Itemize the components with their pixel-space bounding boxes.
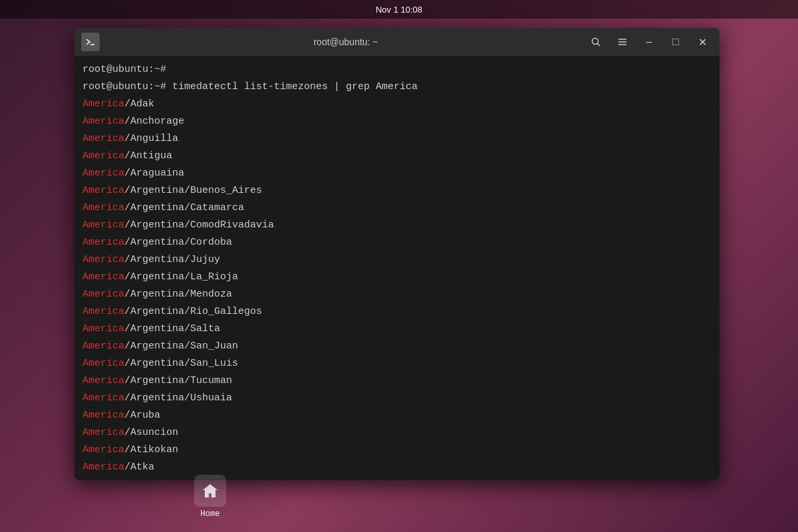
minimize-icon: – <box>646 36 652 48</box>
tz-city: /Aruba <box>124 410 160 421</box>
svg-point-2 <box>593 39 598 45</box>
terminal-line: America/Anguilla <box>82 130 712 148</box>
terminal-line: America/Argentina/Buenos_Aires <box>82 182 712 200</box>
terminal-line: America/Argentina/San_Juan <box>82 338 712 355</box>
tz-region: America <box>82 444 124 456</box>
terminal-line: America/Argentina/La_Rioja <box>82 269 712 286</box>
tz-city: /Argentina/Ushuaia <box>124 392 232 404</box>
terminal-line: America/Argentina/Jujuy <box>82 251 712 269</box>
tz-region: America <box>82 340 124 352</box>
tz-city: /Asuncion <box>124 427 178 438</box>
terminal-line: root@ubuntu:~# <box>82 61 712 78</box>
tz-city: /Argentina/Cordoba <box>124 237 232 248</box>
home-label: Home <box>201 509 220 519</box>
tz-region: America <box>82 98 124 110</box>
tz-region: America <box>82 185 124 196</box>
tz-city: /Argentina/Rio_Gallegos <box>124 306 262 317</box>
tz-region: America <box>82 358 124 369</box>
prompt-text: root@ubuntu:~# <box>82 81 166 92</box>
tz-region: America <box>82 306 124 317</box>
tz-city: /Argentina/Mendoza <box>124 289 232 300</box>
terminal-line: America/Argentina/ComodRivadavia <box>82 217 712 234</box>
tz-city: /Argentina/ComodRivadavia <box>124 219 274 231</box>
maximize-button[interactable]: □ <box>665 33 686 51</box>
tz-city: /Adak <box>124 98 154 110</box>
home-icon-shape <box>194 475 226 507</box>
terminal-line: America/Adak <box>82 96 712 113</box>
terminal-line: America/Argentina/Rio_Gallegos <box>82 303 712 321</box>
tz-city: /Argentina/Buenos_Aires <box>124 185 262 196</box>
terminal-line: America/Argentina/Salta <box>82 321 712 338</box>
close-button[interactable]: ✕ <box>692 33 713 51</box>
tz-region: America <box>82 289 124 300</box>
tz-region: America <box>82 375 124 386</box>
svg-line-3 <box>598 44 600 47</box>
terminal-window: root@ubuntu: ~ – □ <box>74 28 720 480</box>
tz-region: America <box>82 427 124 438</box>
terminal-line: America/Argentina/Cordoba <box>82 234 712 251</box>
desktop-home-icon[interactable]: Home <box>194 475 226 519</box>
terminal-body[interactable]: root@ubuntu:~#root@ubuntu:~# timedatectl… <box>74 56 720 480</box>
tz-region: America <box>82 219 124 231</box>
terminal-line: America/Aruba <box>82 407 712 424</box>
tz-city: /Argentina/Tucuman <box>124 375 232 386</box>
tz-region: America <box>82 133 124 144</box>
terminal-line: America/Asuncion <box>82 424 712 442</box>
titlebar-buttons: – □ ✕ <box>585 33 713 51</box>
terminal-titlebar: root@ubuntu: ~ – □ <box>74 28 720 56</box>
tz-city: /Argentina/San_Juan <box>124 340 238 352</box>
menu-button[interactable] <box>612 33 633 51</box>
tz-city: /Anguilla <box>124 133 178 144</box>
terminal-line: America/Argentina/Ushuaia <box>82 390 712 407</box>
tz-city: /Argentina/San_Luis <box>124 358 238 369</box>
tz-region: America <box>82 410 124 421</box>
terminal-line: America/Atikokan <box>82 442 712 459</box>
tz-city: /Atka <box>124 462 154 473</box>
tz-city: /Argentina/Catamarca <box>124 202 244 213</box>
tz-region: America <box>82 462 124 473</box>
tz-city: /Argentina/Salta <box>124 323 220 334</box>
tz-region: America <box>82 168 124 179</box>
taskbar-datetime: Nov 1 10:08 <box>376 5 422 15</box>
command-text: timedatectl list-timezones | grep Americ… <box>166 81 418 92</box>
tz-region: America <box>82 116 124 127</box>
tz-region: America <box>82 237 124 248</box>
terminal-line: America/Argentina/Catamarca <box>82 200 712 217</box>
prompt-text: root@ubuntu:~# <box>82 64 166 75</box>
terminal-title: root@ubuntu: ~ <box>106 37 585 47</box>
tz-region: America <box>82 202 124 213</box>
terminal-line: America/Argentina/Mendoza <box>82 286 712 303</box>
terminal-line: America/Antigua <box>82 148 712 165</box>
terminal-line: America/Atka <box>82 459 712 476</box>
maximize-icon: □ <box>672 36 679 48</box>
terminal-line: America/Anchorage <box>82 113 712 130</box>
terminal-app-icon <box>81 33 100 51</box>
taskbar: Nov 1 10:08 <box>0 0 798 19</box>
tz-region: America <box>82 271 124 283</box>
tz-city: /Argentina/La_Rioja <box>124 271 238 283</box>
terminal-line: America/Argentina/Tucuman <box>82 372 712 390</box>
tz-region: America <box>82 254 124 265</box>
minimize-button[interactable]: – <box>638 33 660 51</box>
tz-city: /Argentina/Jujuy <box>124 254 220 265</box>
terminal-line: root@ubuntu:~# timedatectl list-timezone… <box>82 78 712 96</box>
search-button[interactable] <box>585 33 606 51</box>
tz-region: America <box>82 392 124 404</box>
terminal-line: America/Araguaina <box>82 165 712 182</box>
terminal-line: America/Argentina/San_Luis <box>82 355 712 372</box>
tz-city: /Anchorage <box>124 116 184 127</box>
tz-city: /Araguaina <box>124 168 184 179</box>
tz-city: /Atikokan <box>124 444 178 456</box>
tz-region: America <box>82 150 124 162</box>
close-icon: ✕ <box>698 36 707 49</box>
tz-region: America <box>82 323 124 334</box>
tz-city: /Antigua <box>124 150 172 162</box>
